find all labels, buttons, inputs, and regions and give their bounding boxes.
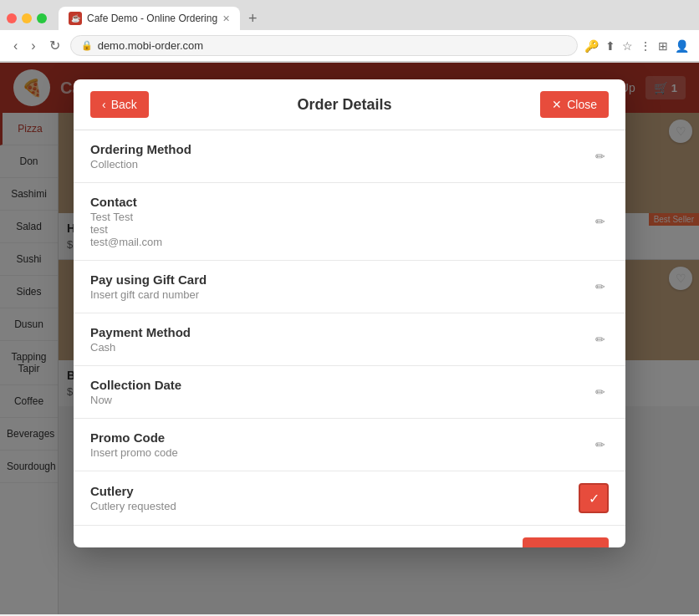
contact-username: test (90, 223, 592, 236)
maximize-window-button[interactable] (37, 13, 47, 23)
gift-card-row: Pay using Gift Card Insert gift card num… (74, 261, 625, 313)
share-icon: ⬆ (605, 39, 615, 53)
payment-method-edit-button[interactable]: ✏ (592, 329, 609, 349)
new-tab-button[interactable]: + (243, 10, 263, 28)
ordering-method-content: Ordering Method Collection (90, 142, 592, 171)
contact-edit-button[interactable]: ✏ (592, 211, 609, 232)
ordering-method-row: Ordering Method Collection ✏ (74, 130, 625, 183)
collection-date-label: Collection Date (90, 378, 592, 392)
page: 🍕 Ca n Up 🛒 1 Pizza Don Sashimi Salad Su… (0, 63, 699, 614)
contact-label: Contact (90, 195, 592, 209)
active-tab[interactable]: ☕ Cafe Demo - Online Ordering ✕ (59, 7, 240, 30)
order-details-modal: ‹ Back Order Details ✕ Close Ordering Me… (74, 79, 625, 547)
gift-card-content: Pay using Gift Card Insert gift card num… (90, 272, 592, 301)
tab-favicon: ☕ (69, 12, 82, 25)
contact-value: Test Test test test@mail.com (90, 211, 592, 248)
contact-name: Test Test (90, 211, 592, 223)
gift-card-value: Insert gift card number (90, 288, 592, 301)
browser-chrome: ☕ Cafe Demo - Online Ordering ✕ + ‹ › ↻ … (0, 0, 699, 63)
modal-footer: Next › (74, 526, 625, 547)
gift-card-label: Pay using Gift Card (90, 272, 592, 287)
extension-icon: ⋮ (640, 39, 651, 53)
payment-method-value: Cash (90, 341, 592, 354)
payment-method-label: Payment Method (90, 325, 592, 339)
ordering-method-value: Collection (90, 158, 592, 171)
payment-method-row: Payment Method Cash ✏ (74, 313, 625, 366)
collection-date-row: Collection Date Now ✏ (74, 366, 625, 419)
profile-icon: 👤 (675, 39, 689, 53)
back-label: Back (111, 98, 137, 111)
back-arrow-icon: ‹ (102, 98, 106, 111)
forward-nav-button[interactable]: › (28, 37, 38, 55)
tab-title: Cafe Demo - Online Ordering (87, 13, 217, 24)
contact-row: Contact Test Test test test@mail.com ✏ (74, 183, 625, 261)
gift-card-edit-button[interactable]: ✏ (592, 277, 609, 297)
minimize-window-button[interactable] (22, 13, 32, 23)
close-modal-button[interactable]: ✕ Close (540, 91, 609, 118)
collection-date-content: Collection Date Now (90, 378, 592, 406)
cutlery-row: Cutlery Cutlery requested ✓ (74, 471, 625, 526)
url-bar[interactable]: 🔒 demo.mobi-order.com (70, 35, 578, 56)
key-icon: 🔑 (584, 39, 599, 53)
modal-overlay: ‹ Back Order Details ✕ Close Ordering Me… (0, 63, 699, 614)
ordering-method-label: Ordering Method (90, 142, 592, 156)
contact-email: test@mail.com (90, 236, 592, 248)
contact-content: Contact Test Test test test@mail.com (90, 195, 592, 248)
collection-date-value: Now (90, 394, 592, 406)
back-nav-button[interactable]: ‹ (10, 37, 21, 55)
promo-code-edit-button[interactable]: ✏ (592, 435, 609, 455)
close-window-button[interactable] (7, 13, 17, 23)
bookmark-icon: ☆ (622, 39, 633, 53)
promo-code-content: Promo Code Insert promo code (90, 430, 592, 459)
reload-button[interactable]: ↻ (46, 36, 64, 55)
ordering-method-edit-button[interactable]: ✏ (592, 146, 609, 166)
modal-title: Order Details (149, 96, 540, 114)
cutlery-content: Cutlery Cutlery requested (90, 484, 579, 512)
collection-date-edit-button[interactable]: ✏ (592, 382, 609, 402)
modal-header: ‹ Back Order Details ✕ Close (74, 79, 625, 130)
promo-code-label: Promo Code (90, 430, 592, 445)
tab-close-button[interactable]: ✕ (222, 13, 230, 24)
promo-code-row: Promo Code Insert promo code ✏ (74, 419, 625, 471)
next-button[interactable]: Next › (523, 537, 609, 547)
close-x-icon: ✕ (552, 98, 562, 111)
back-button[interactable]: ‹ Back (90, 91, 149, 118)
cutlery-label: Cutlery (90, 484, 579, 498)
cutlery-value: Cutlery requested (90, 500, 579, 512)
payment-method-content: Payment Method Cash (90, 325, 592, 354)
window-controls (7, 13, 47, 23)
address-bar: ‹ › ↻ 🔒 demo.mobi-order.com 🔑 ⬆ ☆ ⋮ ⊞ 👤 (0, 30, 699, 62)
promo-code-value: Insert promo code (90, 446, 592, 459)
grid-icon: ⊞ (658, 39, 668, 53)
lock-icon: 🔒 (81, 40, 93, 51)
url-text: demo.mobi-order.com (98, 39, 203, 52)
close-label: Close (567, 98, 597, 111)
toolbar-icons: 🔑 ⬆ ☆ ⋮ ⊞ 👤 (584, 39, 689, 53)
cutlery-check-button[interactable]: ✓ (579, 483, 609, 513)
